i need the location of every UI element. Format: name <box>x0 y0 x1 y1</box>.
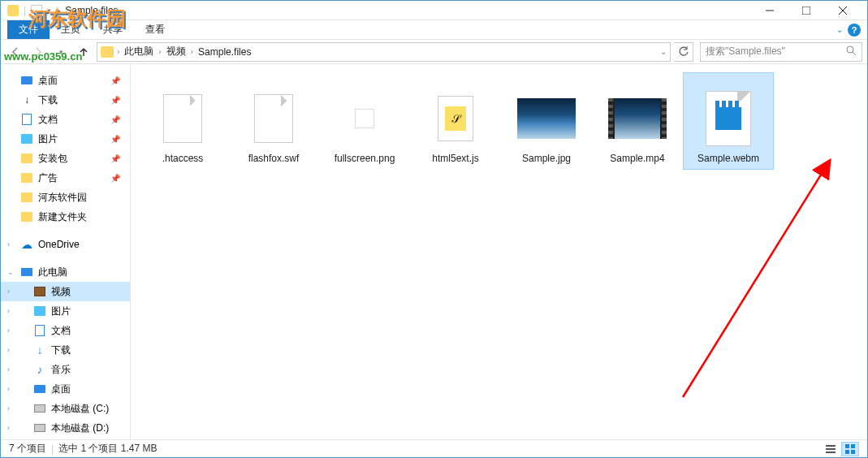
svg-rect-9 <box>826 452 836 453</box>
chevron-right-icon[interactable]: › <box>7 404 10 413</box>
ribbon-tab-file[interactable]: 文件 <box>7 20 50 39</box>
folder-icon <box>7 5 19 16</box>
refresh-button[interactable] <box>674 42 693 62</box>
file-item-Sample.mp4[interactable]: Sample.mp4 <box>592 72 683 170</box>
sidebar-item-新建文件夹[interactable]: 新建文件夹 <box>1 207 130 227</box>
nav-forward-button[interactable] <box>28 42 48 62</box>
drive-icon <box>33 421 46 434</box>
chevron-right-icon[interactable]: › <box>7 346 10 354</box>
breadcrumb-videos[interactable]: 视频 <box>162 43 191 61</box>
file-list-pane[interactable]: .htaccessflashfox.swffullscreen.png𝒮html… <box>131 64 867 439</box>
search-placeholder: 搜索"Sample.files" <box>706 45 785 58</box>
file-item-flashfox.swf[interactable]: flashfox.swf <box>228 72 319 170</box>
ribbon-tab-home[interactable]: 主页 <box>50 20 92 39</box>
statusbar: 7 个项目 | 选中 1 个项目 1.47 MB <box>1 439 867 457</box>
sidebar-item-文档[interactable]: ›文档 <box>1 321 130 340</box>
window-controls <box>751 1 861 20</box>
chevron-right-icon[interactable]: › <box>7 385 10 393</box>
sidebar-item-视频[interactable]: ›视频 <box>1 282 130 301</box>
breadcrumb-current[interactable]: Sample.files <box>193 43 256 61</box>
sidebar-item-桌面[interactable]: 桌面📌 <box>1 71 130 90</box>
help-icon[interactable]: ? <box>848 24 861 37</box>
nav-recent-button[interactable]: ▾ <box>51 42 71 62</box>
maximize-button[interactable] <box>788 1 824 20</box>
qat-sep2: | <box>56 5 58 16</box>
sidebar-label: 安装包 <box>38 152 67 166</box>
sidebar-item-河东软件园[interactable]: 河东软件园 <box>1 188 130 207</box>
sidebar-item-音乐[interactable]: ›♪音乐 <box>1 360 130 379</box>
chevron-right-icon[interactable]: › <box>7 326 10 335</box>
sidebar-item-本地磁盘 (C:)[interactable]: ›本地磁盘 (C:) <box>1 399 130 418</box>
ribbon-tab-share[interactable]: 共享 <box>92 20 134 39</box>
sidebar-label: 视频 <box>51 285 71 299</box>
pin-icon: 📌 <box>110 174 120 183</box>
sidebar-item-本地磁盘 (D:)[interactable]: ›本地磁盘 (D:) <box>1 418 130 438</box>
nav-up-button[interactable] <box>74 42 93 62</box>
chevron-right-icon[interactable]: › <box>7 287 10 296</box>
view-details-button[interactable] <box>822 442 840 456</box>
qat-item[interactable] <box>31 5 42 16</box>
folder-icon <box>20 152 33 165</box>
drive-icon <box>33 402 46 415</box>
pc-icon <box>20 266 33 279</box>
sidebar-item-文档[interactable]: 文档📌 <box>1 110 130 129</box>
address-box[interactable]: › 此电脑 › 视频 › Sample.files ⌄ <box>97 42 671 62</box>
chevron-right-icon[interactable]: › <box>7 424 10 432</box>
qat-dropdown-icon[interactable]: ▾ <box>47 6 51 15</box>
close-button[interactable] <box>824 1 861 20</box>
sidebar-item-下载[interactable]: ↓下载📌 <box>1 90 130 110</box>
breadcrumb-thispc[interactable]: 此电脑 <box>119 43 158 61</box>
view-icons-button[interactable] <box>841 442 859 456</box>
ribbon-tabs: 文件 主页 共享 查看 ⌄ ? <box>1 20 867 40</box>
folder-icon <box>20 210 33 223</box>
titlebar-icons: | ▾ | <box>7 5 58 16</box>
arrow-left-icon <box>10 46 21 58</box>
address-dropdown-icon[interactable]: ⌄ <box>660 47 667 56</box>
file-icon <box>163 94 202 143</box>
sidebar-item-图片[interactable]: 图片📌 <box>1 129 130 149</box>
sidebar-item-广告[interactable]: 广告📌 <box>1 168 130 188</box>
chevron-right-icon[interactable]: › <box>7 365 10 374</box>
download-icon: ↓ <box>20 93 33 106</box>
pin-icon: 📌 <box>110 135 120 144</box>
file-label: Sample.webm <box>697 153 759 164</box>
file-item-Sample.webm[interactable]: Sample.webm <box>683 72 774 170</box>
svg-rect-10 <box>845 444 849 448</box>
minimize-icon <box>766 6 774 15</box>
sidebar-onedrive[interactable]: › ☁ OneDrive <box>1 235 130 254</box>
image-thumb <box>517 98 576 139</box>
file-item-Sample.jpg[interactable]: Sample.jpg <box>501 72 592 170</box>
arrow-up-icon <box>78 46 89 58</box>
svg-line-5 <box>853 52 856 55</box>
window-title: Sample.files <box>65 5 118 16</box>
nav-back-button[interactable] <box>6 42 25 62</box>
ribbon-expand-icon[interactable]: ⌄ <box>836 25 843 34</box>
file-item-fullscreen.png[interactable]: fullscreen.png <box>319 72 410 170</box>
sidebar-label: 下载 <box>38 93 58 107</box>
sidebar-item-安装包[interactable]: 安装包📌 <box>1 149 130 168</box>
minimize-button[interactable] <box>751 1 788 20</box>
annotation-arrow <box>675 153 845 405</box>
chevron-right-icon[interactable]: › <box>7 307 10 315</box>
sidebar-item-下载[interactable]: ›↓下载 <box>1 340 130 360</box>
ribbon-tab-view[interactable]: 查看 <box>134 20 176 39</box>
sidebar-item-桌面[interactable]: ›桌面 <box>1 379 130 399</box>
chevron-down-icon[interactable]: ⌄ <box>7 268 14 276</box>
sidebar-label: 音乐 <box>51 363 71 377</box>
main-area: 桌面📌↓下载📌文档📌图片📌安装包📌广告📌河东软件园新建文件夹 › ☁ OneDr… <box>1 64 867 439</box>
pin-icon: 📌 <box>110 115 120 124</box>
file-label: .htaccess <box>162 153 204 164</box>
sidebar-thispc[interactable]: ⌄ 此电脑 <box>1 262 130 282</box>
svg-rect-8 <box>826 448 836 450</box>
onedrive-icon: ☁ <box>20 238 33 251</box>
status-selection: 选中 1 个项目 1.47 MB <box>58 442 157 456</box>
file-item-.htaccess[interactable]: .htaccess <box>137 72 228 170</box>
arrow-right-icon <box>32 46 44 58</box>
pin-icon: 📌 <box>110 96 120 105</box>
search-input[interactable]: 搜索"Sample.files" <box>700 42 862 62</box>
file-item-html5ext.js[interactable]: 𝒮html5ext.js <box>410 72 501 170</box>
sidebar-item-图片[interactable]: ›图片 <box>1 301 130 321</box>
icons-view-icon <box>845 444 855 454</box>
chevron-right-icon[interactable]: › <box>7 240 10 248</box>
sidebar-label: 图片 <box>38 132 58 146</box>
